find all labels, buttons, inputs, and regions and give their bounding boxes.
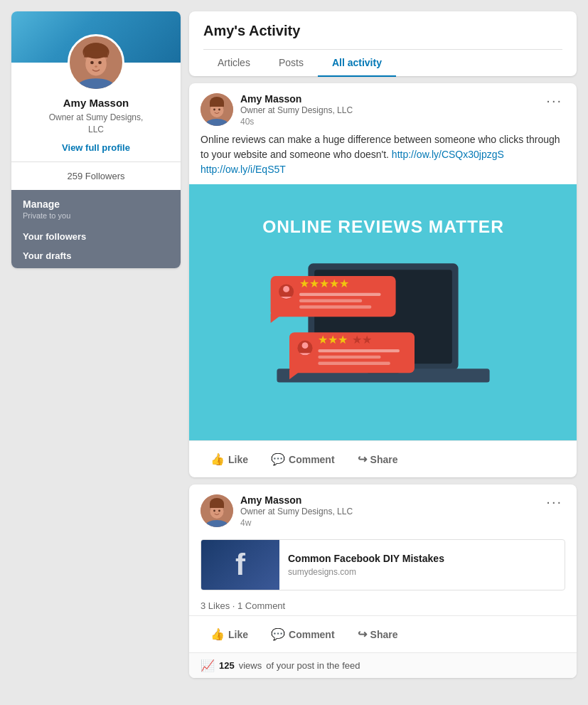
comment-button-1[interactable]: 💬 Comment [261,447,345,472]
post-text-1: Online reviews can make a huge differenc… [189,132,577,184]
views-suffix: of your post in the feed [266,660,360,671]
svg-marker-22 [270,314,283,323]
post-avatar-1 [201,93,233,126]
post-time-2: 4w [240,518,353,528]
sidebar: Amy Masson Owner at Sumy Designs, LLC Vi… [11,11,181,268]
share-button-2[interactable]: ↪ Share [348,622,408,647]
comment-icon-1: 💬 [271,452,285,466]
post-avatar-2 [201,494,233,527]
views-text: views [239,660,262,671]
sidebar-info: Amy Masson Owner at Sumy Designs, LLC Vi… [11,91,181,161]
post-author-subtitle-1: Owner at Sumy Designs, LLC [240,105,353,115]
svg-text:★★: ★★ [352,334,372,346]
activity-title: Amy's Activity [203,23,562,39]
svg-rect-37 [318,362,390,365]
tab-articles[interactable]: Articles [203,50,264,77]
laptop-svg: ★★★★★ ★★★ ★★ [252,258,515,408]
link-thumbnail: f [201,540,279,590]
post-footer-stats: 📈 125 views of your post in the feed [189,652,577,678]
followers-count: 259 Followers [11,162,181,190]
like-button-2[interactable]: 👍 Like [201,622,258,647]
activity-header-card: Amy's Activity Articles Posts All activi… [189,11,577,76]
your-drafts-link[interactable]: Your drafts [23,246,169,265]
svg-rect-26 [299,293,380,296]
reviews-title: ONLINE REVIEWS MATTER [262,217,504,237]
svg-point-14 [213,109,215,111]
svg-rect-36 [318,356,380,359]
svg-point-7 [98,61,102,65]
svg-rect-28 [299,305,371,308]
link-title: Common Facebook DIY Mistakes [288,553,444,564]
post-author-wrap-1: Amy Masson Owner at Sumy Designs, LLC 40… [201,93,353,127]
post-link-2[interactable]: http://ow.ly/i/EqS5T [201,164,286,175]
post-actions-1: 👍 Like 💬 Comment ↪ Share [189,440,577,477]
chart-icon: 📈 [201,659,215,672]
user-name: Amy Masson [23,97,169,109]
post-author-wrap-2: Amy Masson Owner at Sumy Designs, LLC 4w [201,494,353,528]
tab-all-activity[interactable]: All activity [318,50,396,77]
post-header-2: Amy Masson Owner at Sumy Designs, LLC 4w… [189,484,577,534]
post-card-2: Amy Masson Owner at Sumy Designs, LLC 4w… [189,484,577,678]
svg-rect-35 [318,349,399,352]
post-image-1: ONLINE REVIEWS MATTER [189,184,577,440]
view-profile-link[interactable]: View full profile [62,142,130,153]
tabs: Articles Posts All activity [203,49,562,76]
like-icon-1: 👍 [210,452,225,466]
more-button-1[interactable]: ··· [543,93,565,107]
manage-title: Manage [23,198,169,210]
post-author-info-2: Amy Masson Owner at Sumy Designs, LLC 4w [240,494,353,528]
share-icon-1: ↪ [358,452,367,466]
like-button-1[interactable]: 👍 Like [201,447,258,472]
share-icon-2: ↪ [358,627,367,641]
post-stats: 3 Likes · 1 Comment [189,596,577,615]
post-author-subtitle-2: Owner at Sumy Designs, LLC [240,507,353,516]
svg-rect-27 [299,300,362,302]
main-content: Amy's Activity Articles Posts All activi… [189,11,577,694]
your-followers-link[interactable]: Your followers [23,227,169,246]
like-icon-2: 👍 [210,627,225,641]
avatar-wrap [11,34,181,91]
comment-icon-2: 💬 [271,627,285,641]
svg-point-42 [213,510,215,512]
link-preview[interactable]: f Common Facebook DIY Mistakes sumydesig… [201,539,565,590]
post-link-1[interactable]: http://ow.ly/CSQx30jpzgS [392,149,504,160]
svg-point-43 [218,510,220,512]
svg-point-15 [218,109,220,111]
post-author-name-1: Amy Masson [240,93,353,105]
link-info: Common Facebook DIY Mistakes sumydesigns… [279,540,453,590]
tab-posts[interactable]: Posts [264,50,318,77]
user-subtitle: Owner at Sumy Designs, LLC [23,112,169,136]
facebook-icon: f [235,548,245,582]
share-button-1[interactable]: ↪ Share [348,447,408,472]
avatar [68,34,124,91]
post-time-1: 40s [240,117,353,127]
svg-text:★★★: ★★★ [318,334,348,346]
more-button-2[interactable]: ··· [543,494,565,509]
post-author-info-1: Amy Masson Owner at Sumy Designs, LLC 40… [240,93,353,127]
svg-rect-13 [210,102,224,107]
post-actions-2: 👍 Like 💬 Comment ↪ Share [189,615,577,652]
manage-private: Private to you [23,211,169,220]
views-count: 125 [219,660,235,671]
reviews-graphic: ONLINE REVIEWS MATTER [252,217,515,408]
comment-button-2[interactable]: 💬 Comment [261,622,345,647]
svg-point-6 [90,61,94,65]
svg-point-8 [95,65,97,68]
post-header-1: Amy Masson Owner at Sumy Designs, LLC 40… [189,83,577,132]
link-domain: sumydesigns.com [288,567,444,577]
svg-rect-5 [84,51,107,57]
post-author-name-2: Amy Masson [240,494,353,506]
post-card-1: Amy Masson Owner at Sumy Designs, LLC 40… [189,83,577,477]
manage-section: Manage Private to you Your followers You… [11,190,181,268]
svg-rect-41 [210,504,224,508]
svg-text:★★★★★: ★★★★★ [299,277,349,290]
